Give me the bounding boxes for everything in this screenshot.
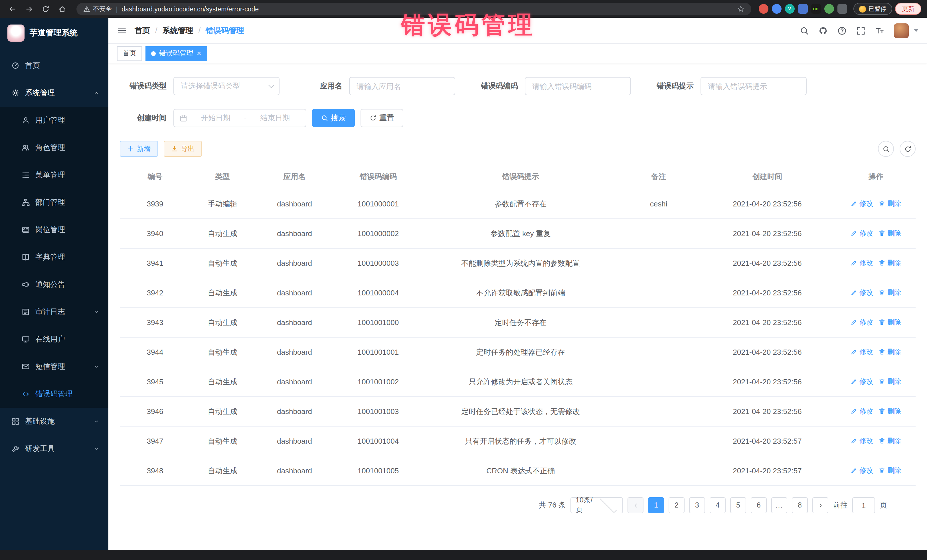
prev-page-button[interactable]: [628, 497, 643, 513]
table-row: 3948自动生成dashboard1001001005CRON 表达式不正确20…: [120, 456, 916, 486]
extension-icon-people[interactable]: [798, 4, 807, 14]
next-page-button[interactable]: [812, 497, 828, 513]
sidebar-item[interactable]: 通知公告: [0, 271, 108, 298]
extension-icon-green[interactable]: [824, 4, 834, 14]
sidebar-item[interactable]: 用户管理: [0, 107, 108, 134]
edit-link[interactable]: 修改: [851, 407, 873, 416]
page-button[interactable]: 3: [689, 497, 705, 513]
help-icon[interactable]: [837, 26, 846, 35]
reload-button[interactable]: [39, 2, 53, 16]
delete-link[interactable]: 删除: [879, 288, 901, 298]
extension-icon-red[interactable]: [758, 4, 768, 14]
close-icon[interactable]: ×: [197, 50, 201, 57]
sidebar-item-label: 字典管理: [35, 252, 65, 262]
page-button[interactable]: 2: [669, 497, 685, 513]
edit-link[interactable]: 修改: [851, 466, 873, 476]
user-avatar[interactable]: [894, 23, 909, 38]
error-code-input[interactable]: [525, 77, 631, 95]
edit-link[interactable]: 修改: [851, 347, 873, 357]
cell-remark: [619, 337, 698, 367]
address-bar[interactable]: 不安全 | dashboard.yudao.iocoder.cn/system/…: [76, 3, 751, 15]
error-hint-input[interactable]: [701, 77, 807, 95]
hamburger-icon[interactable]: [117, 26, 127, 35]
sidebar-item[interactable]: 字典管理: [0, 243, 108, 271]
delete-link[interactable]: 删除: [879, 436, 901, 446]
edit-link[interactable]: 修改: [851, 288, 873, 298]
home-button[interactable]: [55, 2, 69, 16]
app-name-input[interactable]: [349, 77, 455, 95]
sidebar-item[interactable]: 岗位管理: [0, 216, 108, 243]
cell-remark: [619, 426, 698, 456]
sidebar-item[interactable]: 在线用户: [0, 326, 108, 353]
tab-item[interactable]: 错误码管理×: [146, 46, 207, 61]
delete-link[interactable]: 删除: [879, 407, 901, 416]
bookmark-star-icon[interactable]: [737, 5, 744, 12]
sidebar-item[interactable]: 短信管理: [0, 353, 108, 380]
extension-icon-on-badge[interactable]: on: [811, 4, 821, 14]
extension-icon-blue[interactable]: [772, 4, 781, 14]
cell-hint: 定时任务已经处于该状态，无需修改: [422, 397, 619, 426]
page-button[interactable]: 8: [792, 497, 808, 513]
refresh-table-button[interactable]: [900, 141, 916, 157]
sidebar-item[interactable]: 错误码管理: [0, 380, 108, 408]
edit-link[interactable]: 修改: [851, 199, 873, 209]
breadcrumb-item[interactable]: 系统管理: [163, 25, 193, 36]
page-button[interactable]: 5: [730, 497, 746, 513]
sidebar-item[interactable]: 菜单管理: [0, 161, 108, 189]
cell-id: 3946: [120, 397, 190, 426]
delete-link[interactable]: 删除: [879, 318, 901, 327]
page-button[interactable]: 1: [648, 497, 664, 513]
delete-link[interactable]: 删除: [879, 258, 901, 268]
update-button[interactable]: 更新: [895, 3, 921, 15]
edit-link[interactable]: 修改: [851, 229, 873, 238]
column-header: 错误码编码: [334, 165, 422, 189]
error-type-select[interactable]: 请选择错误码类型: [173, 77, 280, 95]
add-button[interactable]: 新增: [120, 141, 158, 157]
github-icon[interactable]: [819, 26, 828, 35]
delete-link[interactable]: 删除: [879, 229, 901, 238]
delete-link[interactable]: 删除: [879, 377, 901, 387]
delete-link[interactable]: 删除: [879, 347, 901, 357]
edit-link[interactable]: 修改: [851, 377, 873, 387]
page-button[interactable]: 4: [710, 497, 726, 513]
edit-link[interactable]: 修改: [851, 258, 873, 268]
fullscreen-icon[interactable]: [856, 26, 865, 35]
goto-page-input[interactable]: [852, 497, 875, 513]
sidebar-item[interactable]: 系统管理: [0, 79, 108, 107]
page-size-select[interactable]: 10条/页: [570, 497, 623, 513]
pagination-ellipsis[interactable]: ...: [771, 497, 787, 513]
security-indicator[interactable]: 不安全: [83, 5, 112, 13]
table-row: 3939手动编辑dashboard1001000001参数配置不存在ceshi2…: [120, 189, 916, 219]
sidebar-item[interactable]: 部门管理: [0, 189, 108, 216]
edit-link[interactable]: 修改: [851, 436, 873, 446]
total-count: 共 76 条: [539, 500, 566, 510]
sidebar-item[interactable]: 审计日志: [0, 298, 108, 326]
logo[interactable]: 芋道管理系统: [0, 18, 108, 49]
back-button[interactable]: [6, 2, 20, 16]
delete-link[interactable]: 删除: [879, 199, 901, 209]
font-size-icon[interactable]: [875, 26, 884, 35]
date-range-picker[interactable]: 开始日期 - 结束日期: [173, 109, 306, 127]
edit-link[interactable]: 修改: [851, 318, 873, 327]
search-button[interactable]: 搜索: [312, 109, 355, 127]
extension-icon-puzzle[interactable]: [837, 4, 847, 14]
search-icon[interactable]: [800, 26, 809, 35]
sidebar-item[interactable]: 首页: [0, 52, 108, 79]
extension-icon-v[interactable]: V: [785, 4, 794, 14]
tab-item[interactable]: 首页: [117, 46, 142, 61]
chevron-down-icon[interactable]: [914, 29, 918, 32]
edit-icon: [851, 260, 858, 267]
delete-link[interactable]: 删除: [879, 466, 901, 476]
export-button[interactable]: 导出: [164, 141, 202, 157]
cell-app: dashboard: [255, 426, 334, 456]
page-button[interactable]: 6: [751, 497, 767, 513]
breadcrumb-item[interactable]: 首页: [135, 25, 150, 36]
sidebar-item[interactable]: 研发工具: [0, 435, 108, 463]
filter-label-time: 创建时间: [120, 113, 167, 123]
forward-button[interactable]: [22, 2, 36, 16]
sidebar-item[interactable]: 基础设施: [0, 408, 108, 435]
profile-paused-chip[interactable]: 已暂停: [853, 3, 892, 15]
reset-button[interactable]: 重置: [360, 109, 403, 127]
toggle-search-button[interactable]: [878, 141, 894, 157]
sidebar-item[interactable]: 角色管理: [0, 134, 108, 161]
